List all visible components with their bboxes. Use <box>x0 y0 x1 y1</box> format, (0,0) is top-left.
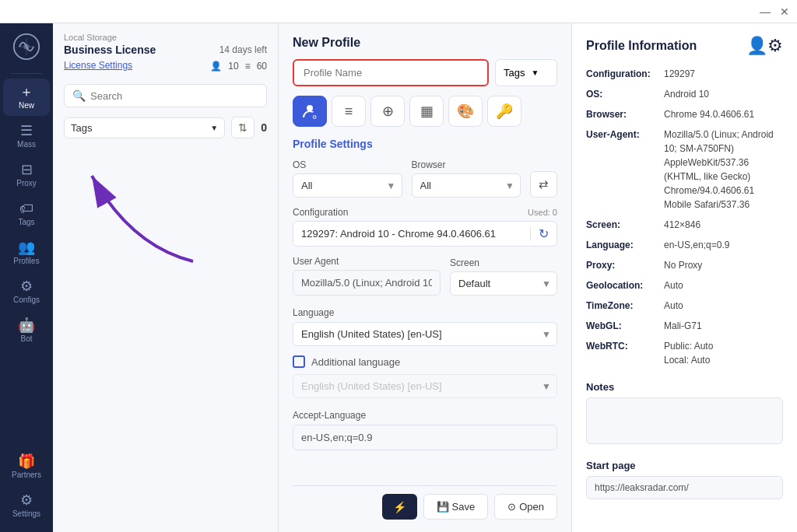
screen-group: Screen Default ▼ <box>450 257 557 296</box>
svg-point-3 <box>307 105 313 111</box>
list-icon: ≡ <box>345 103 353 120</box>
browser-label: Browser <box>412 159 521 170</box>
sidebar: ＋ New ☰ Mass ⊟ Proxy 🏷 Tags 👥 Profiles ⚙… <box>0 23 53 532</box>
tags-select-label: Tags <box>71 122 92 134</box>
open-button[interactable]: ⊙ Open <box>494 494 557 520</box>
browser-select[interactable]: All <box>412 173 521 198</box>
info-key: User-Agent: <box>586 128 664 212</box>
sort-button[interactable]: ⇅ <box>231 117 255 138</box>
sidebar-item-label-new: New <box>19 101 34 110</box>
sidebar-item-mass[interactable]: ☰ Mass <box>3 117 50 155</box>
info-value: Auto <box>664 299 783 313</box>
svg-text:⚙: ⚙ <box>312 114 317 120</box>
profile-name-input[interactable] <box>293 59 489 86</box>
profiles-icon: 👥 <box>18 240 35 254</box>
info-row: Proxy:No Proxy <box>586 258 783 272</box>
info-row: Geolocation:Auto <box>586 278 783 292</box>
sidebar-item-settings[interactable]: ⚙ Settings <box>3 487 50 524</box>
partners-icon: 🎁 <box>18 454 35 468</box>
save-icon: 💾 <box>437 501 449 513</box>
panel-left-header: Local Storage Business License 14 days l… <box>53 23 278 78</box>
settings-title: Profile Settings <box>293 138 557 150</box>
bot-icon: 🤖 <box>18 318 35 332</box>
network-icon: ⊕ <box>382 103 394 120</box>
tags-select-wrapper[interactable]: Tags ▼ <box>64 117 225 138</box>
info-value: Mozilla/5.0 (Linux; Android 10; SM-A750F… <box>664 128 783 212</box>
os-select-wrapper: All ▼ <box>293 173 402 198</box>
power-button[interactable]: ⚡ <box>382 494 417 520</box>
mass-icon: ☰ <box>20 124 33 138</box>
notes-section-label: Notes <box>586 381 783 393</box>
tab-key-icon[interactable]: 🔑 <box>487 96 521 127</box>
screen-select[interactable]: Default <box>450 271 557 296</box>
info-value: 129297 <box>664 67 783 81</box>
info-row: Browser:Chrome 94.0.4606.61 <box>586 107 783 121</box>
tab-profile-icon[interactable]: ⚙ <box>293 96 327 127</box>
language-select[interactable]: English (United States) [en-US] <box>293 322 557 346</box>
os-select[interactable]: All <box>293 173 402 198</box>
config-refresh-button[interactable]: ↻ <box>530 226 556 241</box>
license-link[interactable]: License Settings <box>64 60 132 71</box>
tags-dropdown[interactable]: Tags ▼ <box>495 59 557 86</box>
tags-dropdown-label: Tags <box>504 67 525 79</box>
sidebar-item-profiles[interactable]: 👥 Profiles <box>3 234 50 271</box>
minimize-button[interactable]: — <box>760 5 771 18</box>
language-row: Language English (United States) [en-US]… <box>293 305 557 346</box>
shuffle-button[interactable]: ⇄ <box>530 171 557 198</box>
notes-textarea[interactable] <box>586 397 783 444</box>
info-row: Configuration:129297 <box>586 67 783 81</box>
info-row: TimeZone:Auto <box>586 299 783 313</box>
sidebar-item-proxy[interactable]: ⊟ Proxy <box>3 156 50 194</box>
tab-network-icon[interactable]: ⊕ <box>370 96 405 127</box>
sidebar-item-tags[interactable]: 🏷 Tags <box>3 195 50 233</box>
info-key: TimeZone: <box>586 299 664 313</box>
sidebar-item-partners[interactable]: 🎁 Partners <box>3 448 50 485</box>
search-input[interactable] <box>90 90 258 102</box>
info-key: Language: <box>586 238 664 252</box>
language-select-wrapper: English (United States) [en-US] ▼ <box>293 322 557 346</box>
info-key: Configuration: <box>586 67 664 81</box>
sidebar-item-new[interactable]: ＋ New <box>3 79 50 116</box>
additional-lang-label: Additional language <box>311 356 400 368</box>
screen-select-wrapper: Default ▼ <box>450 271 557 296</box>
sidebar-item-configs[interactable]: ⚙ Configs <box>3 273 50 310</box>
start-page-input[interactable] <box>586 476 783 499</box>
license-name: Business License <box>64 44 156 56</box>
info-row: Screen:412×846 <box>586 218 783 232</box>
tab-list-icon[interactable]: ≡ <box>332 96 366 127</box>
info-value: No Proxy <box>664 258 783 272</box>
additional-lang-select-wrapper: English (United States) [en-US] ▼ <box>293 374 557 398</box>
config-used-label: Used: 0 <box>528 208 557 217</box>
sidebar-item-label-bot: Bot <box>20 334 32 343</box>
info-row: WebGL:Mali-G71 <box>586 319 783 333</box>
info-value: 412×846 <box>664 218 783 232</box>
sidebar-item-bot[interactable]: 🤖 Bot <box>3 312 50 349</box>
info-value: Public: Auto Local: Auto <box>664 339 783 367</box>
additional-lang-input-row: English (United States) [en-US] ▼ <box>293 374 557 398</box>
browser-select-wrapper: All ▼ <box>412 173 521 198</box>
storage-info: Local Storage <box>64 33 267 42</box>
additional-lang-checkbox[interactable] <box>293 355 305 368</box>
license-info: Business License 14 days left <box>64 44 267 56</box>
config-select[interactable]: 129297: Android 10 - Chrome 94.0.4606.61 <box>293 222 530 246</box>
tab-film-icon[interactable]: ▦ <box>409 96 444 127</box>
stat-profiles-icon: ≡ <box>245 61 251 72</box>
info-value: en-US,en;q=0.9 <box>664 238 783 252</box>
stat-profiles-count: 60 <box>257 61 267 72</box>
app-logo[interactable] <box>11 31 42 62</box>
language-label: Language <box>293 307 334 318</box>
tab-brush-icon[interactable]: 🎨 <box>448 96 483 127</box>
profile-settings-icon[interactable]: 👤⚙ <box>746 36 783 56</box>
settings-icon: ⚙ <box>20 493 33 507</box>
panel-left-content <box>53 145 278 532</box>
count-badge: 0 <box>261 121 267 134</box>
screen-label: Screen <box>450 257 557 268</box>
additional-lang-select[interactable]: English (United States) [en-US] <box>293 374 557 398</box>
ua-input[interactable] <box>293 270 441 296</box>
info-value: Chrome 94.0.4606.61 <box>664 107 783 121</box>
close-button[interactable]: ✕ <box>780 5 789 18</box>
stat-users-count: 10 <box>228 61 238 72</box>
save-button[interactable]: 💾 Save <box>423 494 489 520</box>
profile-name-row: Tags ▼ <box>293 59 557 86</box>
days-left: 14 days left <box>219 44 267 55</box>
